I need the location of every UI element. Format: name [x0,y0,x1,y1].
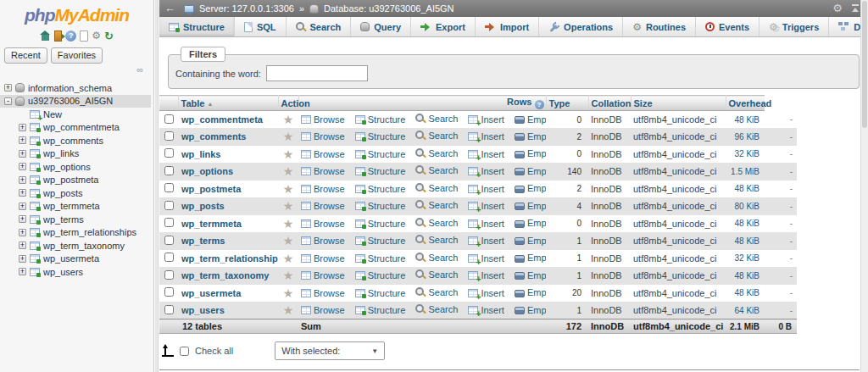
tab-query[interactable]: Query [351,17,411,36]
favorite-star-icon[interactable]: ★ [283,252,294,265]
row-checkbox[interactable] [164,131,174,141]
tree-item-wp_commentmeta[interactable]: + wp_commentmeta [0,121,151,135]
tree-expander[interactable]: + [19,136,26,144]
rows-help-icon[interactable] [535,100,544,109]
browse-action[interactable]: Browse [301,114,345,125]
tree-expander[interactable]: + [19,150,26,158]
browse-action[interactable]: Browse [301,305,345,315]
table-name-link[interactable]: wp_termmeta [181,219,242,229]
table-name-link[interactable]: wp_comments [181,131,246,142]
help-icon[interactable] [65,31,76,42]
tree-item-wp_term_relationships[interactable]: + wp_term_relationships [0,226,151,240]
search-action[interactable]: Search [415,165,458,175]
insert-action[interactable]: Insert [468,166,504,176]
tree-expander[interactable]: + [19,176,26,184]
tree-item-information_schema[interactable]: + information_schema [0,81,151,95]
tree-item-u392763006_ai5gn[interactable]: - u392763006_AI5GN [0,95,151,108]
table-name-link[interactable]: wp_users [181,305,225,315]
structure-action[interactable]: Structure [355,236,406,246]
empty-action[interactable]: Empty [515,166,546,176]
tree-item-wp_postmeta[interactable]: + wp_postmeta [0,174,151,187]
search-action[interactable]: Search [415,235,458,245]
row-checkbox[interactable] [164,305,174,314]
tree-item-new[interactable]: New [0,108,151,121]
empty-action[interactable]: Empty [515,131,546,142]
tree-item-label[interactable]: wp_term_taxonomy [43,241,125,251]
insert-action[interactable]: Insert [468,253,504,264]
settings-gear-icon[interactable]: ⚙ [92,31,101,41]
header-type[interactable]: Type [546,96,588,111]
search-action[interactable]: Search [415,130,458,141]
favorite-star-icon[interactable]: ★ [283,269,294,282]
search-action[interactable]: Search [415,218,458,228]
structure-action[interactable]: Structure [355,201,406,211]
browse-action[interactable]: Browse [301,236,345,246]
tree-item-wp_posts[interactable]: + wp_posts [0,186,151,200]
tree-expander[interactable]: + [19,163,26,170]
tree-item-wp_termmeta[interactable]: + wp_termmeta [0,200,151,214]
row-checkbox[interactable] [164,183,174,192]
row-checkbox[interactable] [164,287,174,297]
favorite-star-icon[interactable]: ★ [283,113,294,126]
scrollbar-thumb[interactable] [862,1,867,128]
empty-action[interactable]: Empty [515,287,546,297]
search-action[interactable]: Search [415,304,458,314]
row-checkbox[interactable] [164,218,174,227]
search-action[interactable]: Search [415,114,458,124]
tab-structure[interactable]: Structure [159,17,235,36]
structure-action[interactable]: Structure [355,219,406,229]
collapse-nav-arrow-icon[interactable]: ← [164,1,175,16]
favorite-star-icon[interactable]: ★ [283,199,294,213]
tree-item-label[interactable]: wp_termmeta [43,201,100,211]
favorite-star-icon[interactable]: ★ [283,217,294,230]
row-checkbox[interactable] [164,114,174,124]
tree-item-label[interactable]: wp_comments [43,136,103,146]
search-action[interactable]: Search [415,148,458,158]
header-size[interactable]: Size [631,96,726,111]
insert-action[interactable]: Insert [468,219,504,229]
structure-action[interactable]: Structure [355,149,406,159]
breadcrumb-server-link[interactable]: Server: 127.0.0.1:3306 [199,3,294,14]
insert-action[interactable]: Insert [468,270,504,280]
row-checkbox[interactable] [164,253,174,262]
tree-item-label[interactable]: information_schema [28,83,112,93]
structure-action[interactable]: Structure [355,288,406,298]
favorite-star-icon[interactable]: ★ [283,286,294,300]
tree-item-label[interactable]: wp_term_relationships [43,227,136,237]
tab-routines[interactable]: ⚙ Routines [623,17,696,36]
empty-action[interactable]: Empty [515,236,546,246]
tree-item-wp_terms[interactable]: + wp_terms [0,213,151,226]
browse-action[interactable]: Browse [301,270,345,280]
tree-item-label[interactable]: wp_postmeta [43,175,98,185]
tree-expander[interactable]: + [4,84,12,92]
insert-action[interactable]: Insert [468,288,504,298]
row-checkbox[interactable] [164,166,174,175]
structure-action[interactable]: Structure [355,166,406,176]
insert-action[interactable]: Insert [468,201,504,211]
table-name-link[interactable]: wp_term_relationships [181,253,278,264]
logout-icon[interactable] [54,31,62,42]
browse-action[interactable]: Browse [301,184,345,194]
favorite-star-icon[interactable]: ★ [283,130,294,143]
home-icon[interactable] [40,31,51,42]
documentation-icon[interactable] [80,31,88,42]
table-name-link[interactable]: wp_postmeta [181,184,241,194]
browse-action[interactable]: Browse [301,166,345,176]
browse-action[interactable]: Browse [301,201,345,211]
insert-action[interactable]: Insert [468,149,504,159]
browse-action[interactable]: Browse [301,219,345,229]
browse-action[interactable]: Browse [301,149,345,159]
favorite-star-icon[interactable]: ★ [283,147,294,161]
favorites-button[interactable]: Favorites [51,47,103,64]
insert-action[interactable]: Insert [468,305,504,315]
favorite-star-icon[interactable]: ★ [283,234,294,247]
row-checkbox[interactable] [164,148,174,158]
tab-triggers[interactable]: ⚙ Triggers [760,17,829,36]
structure-action[interactable]: Structure [355,131,406,142]
tree-item-label[interactable]: wp_usermeta [43,253,99,264]
row-checkbox[interactable] [164,236,174,245]
insert-action[interactable]: Insert [468,236,504,246]
recent-button[interactable]: Recent [4,47,47,64]
empty-action[interactable]: Empty [515,148,546,158]
empty-action[interactable]: Empty [515,183,546,193]
